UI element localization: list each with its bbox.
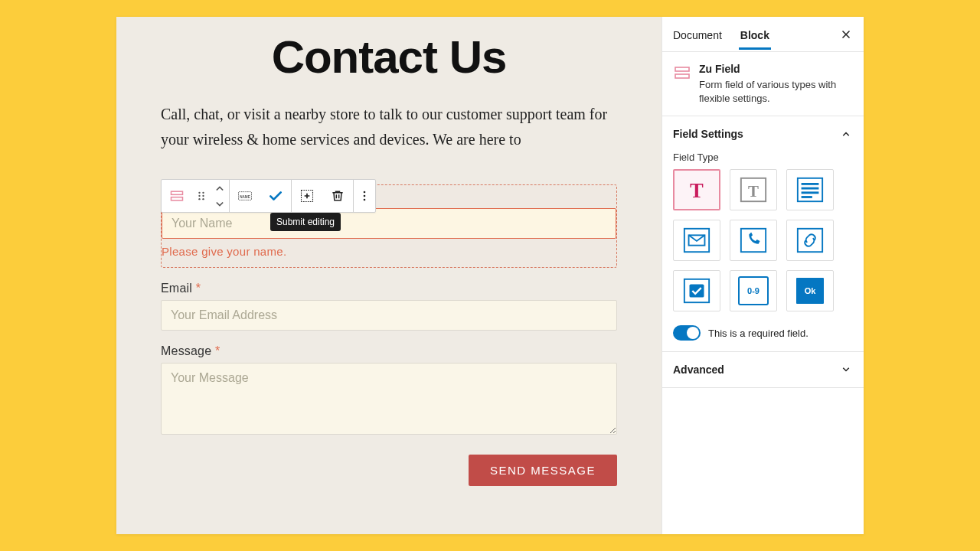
required-toggle-label: This is a required field. bbox=[708, 328, 808, 339]
svg-point-7 bbox=[202, 198, 204, 200]
svg-text:T: T bbox=[690, 179, 704, 202]
svg-rect-15 bbox=[675, 74, 689, 78]
tab-block[interactable]: Block bbox=[740, 20, 769, 49]
svg-rect-0 bbox=[172, 191, 183, 194]
block-header: Zu Field Form field of various types wit… bbox=[662, 52, 864, 116]
svg-rect-1 bbox=[172, 197, 183, 201]
block-header-title: Zu Field bbox=[699, 63, 853, 75]
drag-handle-icon[interactable] bbox=[192, 180, 211, 212]
chevron-down-icon bbox=[839, 363, 853, 377]
type-number[interactable]: 0-9 bbox=[730, 270, 777, 311]
inspector-sidebar: Document Block Zu Field Form field of va… bbox=[662, 17, 864, 534]
panel-advanced-toggle[interactable]: Advanced bbox=[673, 363, 853, 377]
svg-text:T: T bbox=[748, 182, 759, 201]
svg-text:NAME: NAME bbox=[240, 195, 250, 199]
page-title[interactable]: Contact Us bbox=[161, 31, 617, 83]
svg-point-4 bbox=[198, 195, 200, 197]
delete-button[interactable] bbox=[322, 180, 353, 212]
type-submit[interactable]: Ok bbox=[786, 270, 834, 311]
svg-point-3 bbox=[202, 192, 204, 194]
block-header-desc: Form field of various types with flexibl… bbox=[699, 78, 853, 105]
type-email[interactable] bbox=[673, 220, 720, 261]
tooltip-submit-editing: Submit editing bbox=[270, 213, 341, 231]
svg-point-13 bbox=[364, 199, 366, 201]
svg-rect-29 bbox=[690, 285, 704, 298]
svg-point-12 bbox=[364, 195, 366, 197]
svg-rect-27 bbox=[798, 229, 822, 252]
field-type-grid: T T bbox=[673, 169, 853, 311]
type-url[interactable] bbox=[786, 220, 834, 261]
editor-canvas: Contact Us Call, chat, or visit a nearby… bbox=[116, 17, 662, 534]
name-input[interactable] bbox=[162, 208, 616, 239]
name-tag-button[interactable]: NAME bbox=[230, 180, 260, 212]
message-label: Message * bbox=[161, 344, 617, 358]
panel-advanced-title: Advanced bbox=[673, 364, 724, 376]
tab-document[interactable]: Document bbox=[673, 20, 722, 49]
name-error-text: Please give your name. bbox=[162, 245, 616, 258]
message-input[interactable] bbox=[161, 363, 617, 435]
svg-point-6 bbox=[198, 198, 200, 200]
svg-point-2 bbox=[198, 192, 200, 194]
panel-field-settings-toggle[interactable]: Field Settings bbox=[673, 127, 853, 141]
add-button[interactable] bbox=[292, 180, 322, 212]
block-type-icon[interactable] bbox=[162, 180, 192, 212]
more-options-button[interactable] bbox=[354, 180, 375, 212]
intro-paragraph[interactable]: Call, chat, or visit a nearby store to t… bbox=[161, 102, 617, 152]
field-block-message[interactable]: Message * bbox=[161, 344, 617, 438]
sidebar-tabbar: Document Block bbox=[662, 17, 864, 52]
chevron-up-icon bbox=[839, 127, 853, 141]
field-type-label: Field Type bbox=[673, 152, 853, 163]
block-header-icon bbox=[673, 64, 691, 82]
field-block-email[interactable]: Email * bbox=[161, 282, 617, 331]
type-phone[interactable] bbox=[730, 220, 777, 261]
required-toggle[interactable] bbox=[673, 325, 701, 341]
type-text[interactable]: T bbox=[673, 169, 720, 210]
type-textarea[interactable] bbox=[786, 169, 834, 210]
close-sidebar-button[interactable] bbox=[839, 28, 853, 41]
email-input[interactable] bbox=[161, 300, 617, 331]
type-checkbox[interactable] bbox=[673, 270, 720, 311]
move-updown-button[interactable] bbox=[211, 180, 229, 212]
svg-rect-14 bbox=[675, 67, 689, 71]
svg-point-5 bbox=[202, 195, 204, 197]
panel-field-settings-title: Field Settings bbox=[673, 128, 743, 140]
submit-editing-button[interactable] bbox=[260, 180, 291, 212]
send-message-button[interactable]: SEND MESSAGE bbox=[469, 455, 617, 486]
email-label: Email * bbox=[161, 282, 617, 295]
svg-point-11 bbox=[364, 191, 366, 194]
block-toolbar: NAME bbox=[161, 179, 376, 213]
type-text-alt[interactable]: T bbox=[730, 169, 777, 210]
